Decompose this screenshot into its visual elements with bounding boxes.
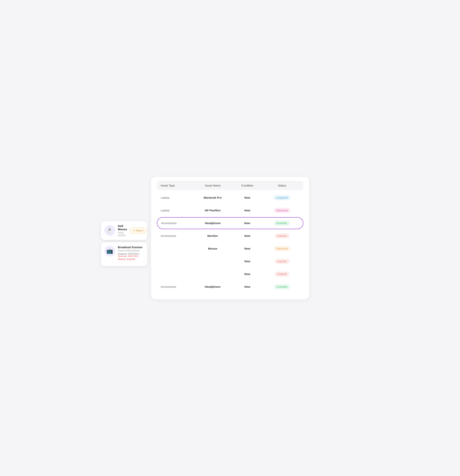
left-cards: 🖱️ Dell Mouse Asset Id:0544 ↩ Return 📺 B… bbox=[101, 221, 147, 266]
header-asset-name: Asset Name bbox=[195, 184, 230, 187]
asset-table-card: Asset Type Asset Name Condition Status L… bbox=[151, 177, 309, 299]
cell-status: Assigned bbox=[265, 195, 299, 200]
status-badge: Inactive bbox=[275, 233, 289, 238]
header-asset-type: Asset Type bbox=[161, 184, 195, 187]
status-badge: Available bbox=[274, 221, 290, 226]
table-row: New Inactive bbox=[157, 255, 303, 267]
cell-status: Returned bbox=[265, 208, 299, 213]
table-row: Accessories Headphone New Available bbox=[157, 281, 303, 293]
status-badge: Returned bbox=[274, 246, 290, 251]
table-row: Laptop Macbook Pro New Assigned bbox=[157, 192, 303, 204]
cell-condition: New bbox=[230, 260, 265, 263]
status-badge: Assigned bbox=[274, 195, 290, 200]
table-row: Mouse New Returned bbox=[157, 243, 303, 255]
status-badge: Returned bbox=[274, 208, 290, 213]
cell-asset-name: Macbook Pro bbox=[195, 196, 230, 199]
cell-asset-name: Headphone bbox=[196, 221, 230, 225]
header-condition: Condition bbox=[230, 184, 265, 187]
cell-condition: New bbox=[230, 209, 265, 212]
broadcast-icon: 📺 bbox=[105, 246, 115, 256]
broadcast-reason: Reason: Expired bbox=[118, 258, 144, 261]
cell-asset-name: HP Pavilion bbox=[195, 209, 230, 212]
cell-asset-name: Monitor bbox=[195, 234, 230, 238]
dell-mouse-card: 🖱️ Dell Mouse Asset Id:0544 ↩ Return bbox=[101, 221, 147, 240]
dell-mouse-icon: 🖱️ bbox=[105, 225, 115, 236]
broadcast-asset-id: Asset Id:0544235244 bbox=[118, 249, 144, 252]
cell-asset-name: Headphone bbox=[195, 285, 230, 288]
assigned-date: Assigned: 24/07/2022 bbox=[118, 253, 138, 255]
status-badge: Available bbox=[274, 284, 290, 289]
table-row: Accessories Monitor New Inactive bbox=[157, 230, 303, 242]
cell-asset-name: Mouse bbox=[195, 247, 230, 250]
cell-condition: New bbox=[230, 247, 265, 250]
returned-date: Returned: 24/07/2023 bbox=[118, 255, 138, 257]
broadcast-card-header: 📺 Broadcast licenses Asset Id:0544235244… bbox=[105, 246, 144, 261]
table-row: Laptop HP Pavilion New Returned bbox=[157, 204, 303, 216]
cell-status: Inactive bbox=[265, 259, 299, 264]
cell-status: Expired bbox=[265, 272, 299, 277]
status-badge: Inactive bbox=[275, 259, 289, 264]
page-container: 🖱️ Dell Mouse Asset Id:0544 ↩ Return 📺 B… bbox=[151, 177, 309, 299]
cell-condition: New bbox=[230, 196, 265, 199]
table-row: New Expired bbox=[157, 268, 303, 280]
dell-mouse-info: Dell Mouse Asset Id:0544 bbox=[118, 224, 127, 237]
return-button[interactable]: ↩ Return bbox=[130, 228, 147, 234]
table-header: Asset Type Asset Name Condition Status bbox=[157, 181, 303, 190]
broadcast-title: Broadcast licenses bbox=[118, 246, 144, 249]
date-separator: | bbox=[139, 253, 140, 255]
cell-condition: New bbox=[230, 221, 265, 225]
dell-mouse-asset-id: Asset Id:0544 bbox=[118, 231, 127, 237]
cell-status: Available bbox=[265, 284, 299, 289]
cell-status: Available bbox=[265, 221, 299, 226]
cell-condition: New bbox=[230, 272, 265, 276]
dell-mouse-title: Dell Mouse bbox=[118, 224, 127, 231]
status-badge: Expired bbox=[275, 272, 289, 277]
cell-asset-type: Accessories bbox=[161, 285, 195, 288]
cell-asset-type: Accessories bbox=[161, 221, 196, 225]
cell-status: Inactive bbox=[265, 233, 299, 238]
cell-condition: New bbox=[230, 285, 265, 288]
broadcast-dates: Assigned: 24/07/2022 | Returned: 24/07/2… bbox=[118, 253, 144, 257]
cell-asset-type: Laptop bbox=[161, 196, 195, 199]
cell-asset-type: Laptop bbox=[161, 209, 195, 212]
header-status: Status bbox=[265, 184, 299, 187]
broadcast-card: 📺 Broadcast licenses Asset Id:0544235244… bbox=[101, 242, 147, 266]
cell-condition: New bbox=[230, 234, 265, 238]
cell-status: Returned bbox=[265, 246, 299, 251]
cell-asset-type: Accessories bbox=[161, 234, 195, 238]
table-row-highlighted: Accessories Headphone New Available bbox=[157, 217, 303, 229]
broadcast-info: Broadcast licenses Asset Id:0544235244 A… bbox=[118, 246, 144, 261]
